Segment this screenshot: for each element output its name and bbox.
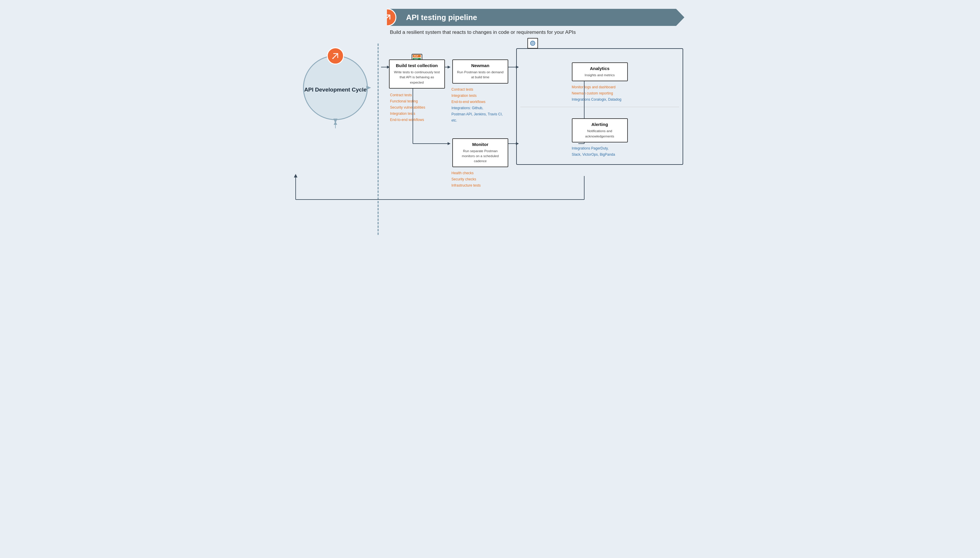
- cycle-label: API Development Cycle: [304, 85, 367, 94]
- svg-marker-2: [366, 85, 371, 90]
- cycle-right-arrow: [366, 85, 371, 90]
- mid-nodes: Newman Run Postman tests on demand at bu…: [444, 46, 509, 189]
- monitor-desc: Run separate Postman monitors on a sched…: [457, 149, 503, 164]
- alerting-title: Alerting: [577, 122, 623, 127]
- newman-desc: Run Postman tests on demand at build tim…: [457, 70, 503, 80]
- monitor-tags: Health checks Security checks Infrastruc…: [451, 170, 507, 189]
- svg-point-1: [332, 58, 334, 59]
- cycle-bottom-arrow: [333, 118, 337, 123]
- header-row: API testing pipeline: [387, 9, 684, 26]
- header-title: API testing pipeline: [406, 13, 477, 22]
- analytics-tag-1: Monitor logs and dashboard: [572, 84, 628, 90]
- build-tag-3: Security vulnerabilities: [390, 105, 445, 111]
- alerting-svg-icon: [530, 40, 536, 46]
- full-diagram: API testing pipeline Build a resilient s…: [284, 0, 696, 247]
- build-tags: Contract tests Functional testing Securi…: [389, 92, 445, 123]
- cycle-circle: API Development Cycle: [303, 55, 368, 120]
- gap-mid: [451, 124, 509, 133]
- newman-title: Newman: [457, 63, 503, 68]
- monitor-title: Monitor: [457, 142, 503, 147]
- diagram-row: API Development Cycle: [296, 44, 684, 235]
- newman-tag-5: Postman API, Jenkins, Travis CI, etc.: [451, 111, 507, 124]
- build-desc: Write tests to continuously test that AP…: [394, 70, 440, 85]
- svg-marker-23: [294, 174, 298, 177]
- alerting-tags: Integrations PagerDuty, Slack, VictorOps…: [572, 145, 628, 158]
- alerting-tag-2: Slack, VictorOps, BigPanda: [572, 151, 628, 158]
- newman-tag-4: Integrations: Github,: [451, 105, 507, 111]
- newman-card: Newman Run Postman tests on demand at bu…: [452, 59, 508, 84]
- newman-tags: Contract tests Integration tests End-to-…: [451, 87, 507, 124]
- alerting-card: Alerting Notifications and acknowledgeme…: [572, 118, 628, 143]
- header-subtitle: Build a resilient system that reacts to …: [390, 30, 684, 35]
- analytics-desc: Insights and metrics: [577, 73, 623, 78]
- newman-wrap: Newman Run Postman tests on demand at bu…: [451, 59, 509, 84]
- analytics-wrap: Analytics Insights and metrics Monitor l…: [519, 62, 680, 107]
- right-nodes: Analytics Insights and metrics Monitor l…: [509, 46, 684, 165]
- alerting-tag-1: Integrations PagerDuty,: [572, 145, 628, 151]
- cycle-area: API Development Cycle: [296, 44, 375, 128]
- analytics-tag-2: Newman custom reporting: [572, 90, 628, 97]
- build-tag-1: Contract tests: [390, 92, 445, 98]
- build-tag-2: Functional testing: [390, 98, 445, 105]
- put-label: PUT: [413, 55, 421, 57]
- monitor-wrap: Monitor Run separate Postman monitors on…: [451, 138, 509, 167]
- right-border-box: Analytics Insights and metrics Monitor l…: [516, 48, 683, 165]
- pipeline-area: PUT GET POST Build test collection Write…: [381, 44, 684, 189]
- analytics-tags: Monitor logs and dashboard Newman custom…: [572, 84, 628, 103]
- dashed-separator: [378, 44, 379, 235]
- analytics-card: Analytics Insights and metrics: [572, 62, 628, 81]
- analytics-tag-3: Integrations Coralogix, Datadog: [572, 97, 628, 103]
- svg-point-30: [533, 43, 533, 44]
- build-tag-5: End-to-end workflows: [390, 117, 445, 123]
- monitor-tag-1: Health checks: [451, 170, 507, 176]
- build-node-wrap: PUT GET POST Build test collection Write…: [389, 59, 445, 89]
- alerting-desc: Notifications and acknowledgements: [577, 129, 623, 139]
- newman-tag-1: Contract tests: [451, 87, 507, 93]
- build-tag-4: Integration tests: [390, 111, 445, 117]
- build-card: Build test collection Write tests to con…: [389, 59, 445, 89]
- monitor-tag-2: Security checks: [451, 176, 507, 182]
- header-postman-icon: [379, 8, 396, 26]
- alerting-wrap: Alerting Notifications and acknowledgeme…: [519, 118, 680, 162]
- inner-sep: [520, 107, 679, 107]
- monitor-tag-3: Infrastructure tests: [451, 182, 507, 189]
- build-col: PUT GET POST Build test collection Write…: [381, 46, 444, 123]
- analytics-title: Analytics: [577, 66, 623, 71]
- svg-point-0: [384, 20, 386, 21]
- alerting-icon: [528, 38, 538, 49]
- newman-tag-2: Integration tests: [451, 93, 507, 99]
- header-arrow-banner: API testing pipeline: [387, 9, 684, 26]
- svg-marker-3: [333, 118, 337, 123]
- newman-tag-3: End-to-end workflows: [451, 99, 507, 105]
- monitor-card: Monitor Run separate Postman monitors on…: [452, 138, 508, 167]
- cycle-icon: [327, 48, 344, 64]
- build-title: Build test collection: [394, 63, 440, 68]
